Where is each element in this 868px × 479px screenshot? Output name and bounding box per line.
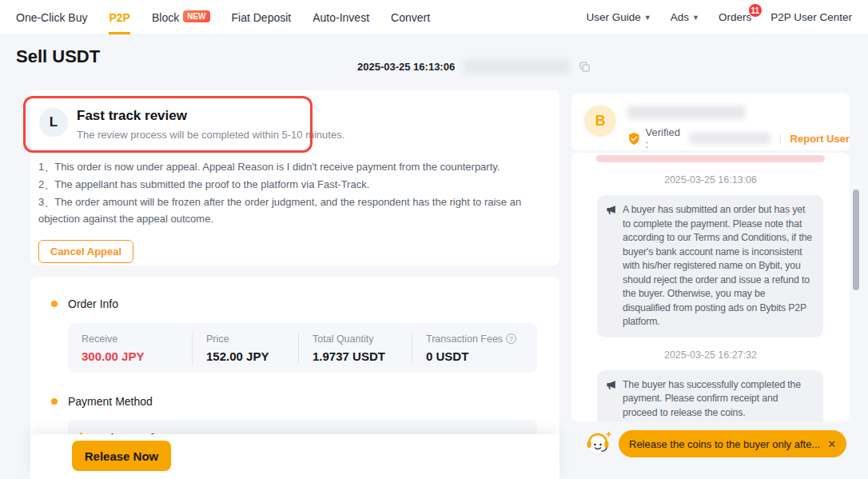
- system-message: The buyer has successfully completed the…: [597, 370, 823, 422]
- order-meta: 2025-03-25 16:13:06: [357, 59, 591, 74]
- payment-method-section-header: Payment Method: [30, 373, 559, 408]
- price-value: 152.00 JPY: [206, 349, 298, 363]
- message-text: The buyer has successfully completed the…: [623, 378, 814, 421]
- cancel-appeal-button[interactable]: Cancel Appeal: [38, 240, 133, 263]
- nav-item-one-click-buy[interactable]: One-Click Buy: [16, 0, 87, 34]
- pinned-alert-sliver: [596, 155, 825, 162]
- receive-amount: 300.00 JPY: [82, 349, 192, 363]
- nav-right: User Guide ▼ Ads ▼ Orders 11 P2P User Ce…: [567, 0, 852, 34]
- toast-text: Release the coins to the buyer only afte…: [629, 438, 820, 450]
- release-warning-toast: Release the coins to the buyer only afte…: [619, 430, 846, 457]
- copy-icon[interactable]: [579, 61, 591, 73]
- close-icon[interactable]: ✕: [827, 438, 836, 450]
- nav-item-ads[interactable]: Ads ▼: [671, 0, 699, 34]
- appeal-note: 3、The order amount will be frozen after …: [38, 194, 524, 227]
- p2p-order-page: One-Click Buy P2P Block NEW Fiat Deposit…: [0, 0, 868, 479]
- avatar[interactable]: B: [584, 105, 616, 137]
- order-info-field: Price 152.00 JPY: [192, 333, 298, 363]
- transaction-fees-value: 0 USDT: [426, 349, 537, 363]
- verified-shield-icon: [627, 132, 641, 146]
- counterparty-name-redacted: [627, 106, 746, 119]
- chat-panel[interactable]: 2025-03-25 16:13:06 A buyer has submitte…: [571, 153, 850, 421]
- megaphone-icon: [606, 205, 617, 216]
- order-info-field: Total Quantity 1.9737 USDT: [298, 333, 412, 363]
- order-info-field: Transaction Fees ? 0 USDT: [412, 333, 537, 363]
- support-chatbot-icon[interactable]: [583, 429, 613, 459]
- system-message: A buyer has submitted an order but has y…: [597, 195, 823, 337]
- appeal-header: L Fast track review The review process w…: [30, 90, 559, 141]
- chat-timestamp: 2025-03-25 16:27:32: [571, 349, 850, 361]
- orders-count-badge: 11: [749, 4, 762, 17]
- verified-row: Verified : Report User: [627, 126, 850, 150]
- appeal-card: L Fast track review The review process w…: [30, 90, 559, 265]
- megaphone-icon: [606, 380, 617, 391]
- top-nav: One-Click Buy P2P Block NEW Fiat Deposit…: [0, 0, 868, 35]
- section-bullet-icon: [51, 301, 58, 307]
- clock-icon: L: [39, 108, 68, 137]
- appeal-note: 2、The appellant has submitted the proof …: [38, 176, 524, 193]
- order-info-field: Receive 300.00 JPY: [68, 333, 192, 363]
- chevron-down-icon: ▼: [692, 14, 699, 22]
- divider: [780, 134, 781, 144]
- counterparty-card: B Verified : Report User: [571, 94, 850, 150]
- order-info-summary: Receive 300.00 JPY Price 152.00 JPY Tota…: [68, 323, 537, 373]
- appeal-notes: 1、This order is now under appeal. Appeal…: [38, 158, 524, 227]
- nav-item-orders[interactable]: Orders 11: [719, 0, 751, 34]
- chat-scrollbar[interactable]: [853, 190, 859, 290]
- nav-item-fiat-deposit[interactable]: Fiat Deposit: [232, 0, 292, 34]
- nav-item-block[interactable]: Block NEW: [152, 0, 210, 34]
- order-id-redacted: [463, 59, 571, 74]
- chat-timestamp: 2025-03-25 16:13:06: [571, 174, 850, 186]
- verified-name-redacted: [690, 133, 770, 144]
- chevron-down-icon: ▼: [644, 14, 651, 22]
- action-footer: Release Now: [30, 434, 559, 479]
- verified-label: Verified :: [646, 126, 685, 150]
- page-title: Sell USDT: [16, 46, 100, 67]
- section-bullet-icon: [51, 398, 58, 405]
- nav-item-user-guide[interactable]: User Guide ▼: [587, 0, 651, 34]
- message-text: A buyer has submitted an order but has y…: [623, 203, 814, 329]
- appeal-title: Fast track review: [77, 108, 344, 124]
- appeal-note: 1、This order is now under appeal. Appeal…: [38, 158, 524, 175]
- nav-item-p2p-user-center[interactable]: P2P User Center: [770, 0, 852, 34]
- nav-left: One-Click Buy P2P Block NEW Fiat Deposit…: [16, 0, 452, 34]
- appeal-subtitle: The review process will be completed wit…: [77, 129, 344, 141]
- report-user-link[interactable]: Report User: [790, 133, 850, 145]
- nav-item-p2p[interactable]: P2P: [109, 0, 129, 34]
- new-badge: NEW: [183, 10, 209, 22]
- nav-item-auto-invest[interactable]: Auto-Invest: [313, 0, 369, 34]
- help-icon[interactable]: ?: [506, 333, 516, 344]
- order-info-section-header: Order Info: [30, 277, 559, 310]
- total-quantity-value: 1.9737 USDT: [313, 349, 412, 363]
- order-timestamp: 2025-03-25 16:13:06: [357, 61, 455, 73]
- nav-item-convert[interactable]: Convert: [391, 0, 430, 34]
- release-now-button[interactable]: Release Now: [72, 441, 171, 471]
